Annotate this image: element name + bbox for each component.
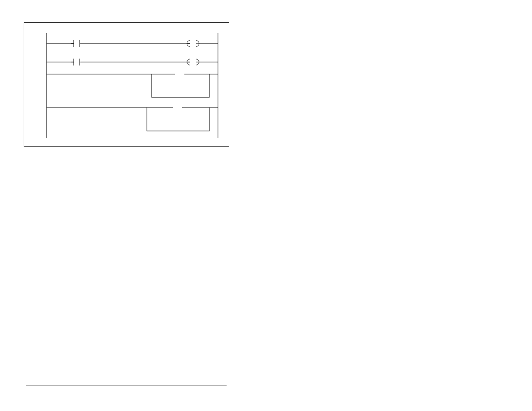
ladder-diagram-frame — [24, 22, 229, 147]
svg-rect-18 — [175, 73, 184, 75]
ladder-diagram — [24, 23, 229, 146]
function-block-2 — [147, 108, 209, 131]
rung-3 — [47, 73, 218, 97]
rung-2 — [47, 59, 218, 65]
svg-rect-21 — [173, 107, 182, 109]
rung-1 — [47, 40, 218, 47]
footer-rule — [26, 386, 227, 386]
function-block-1 — [152, 74, 209, 97]
rung-4 — [47, 107, 218, 131]
